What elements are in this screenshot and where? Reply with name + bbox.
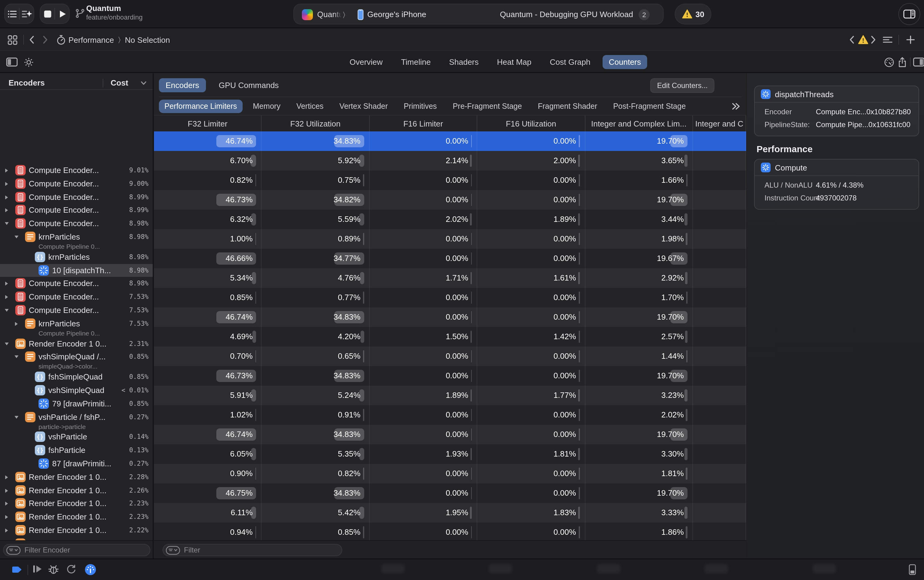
counter-row-9[interactable]: 0.85%0.77%0.00%0.00%1.70% [154,288,746,307]
device-name[interactable]: George's iPhone [367,10,426,19]
counter-row-5[interactable]: 6.32%5.59%2.02%1.89%3.44% [154,209,746,229]
counter-row-1[interactable]: 46.74%34.83%0.00%0.00%19.70% [154,132,746,151]
encoder-row-compute-encoder[interactable]: Compute Encoder...8.98% [0,217,153,231]
run-button[interactable] [55,4,69,24]
view-tab-shaders[interactable]: Shaders [443,55,485,69]
encoder-row-krnparticles[interactable]: {}krnParticles8.98% [0,250,153,264]
column-header-3[interactable]: F16 Limiter [370,115,478,132]
disclosure-closed-icon[interactable] [4,488,9,494]
counter-row-3[interactable]: 0.82%0.75%0.00%0.00%1.66% [154,171,746,190]
encoder-row-render-encoder-1-0[interactable]: Render Encoder 1 0...2.28% [0,471,153,484]
encoder-row-vshparticle-fshp[interactable]: vshParticle / fshP...0.27%particle->part… [0,410,153,430]
encoder-row-render-encoder-1-0[interactable]: Render Encoder 1 0...2.31% [0,337,153,351]
encoder-row-fshparticle[interactable]: {}fshParticle0.13% [0,444,153,457]
encoder-row-compute-encoder[interactable]: Compute Encoder...8.98% [0,277,153,291]
structure-list-button[interactable] [5,4,19,24]
disclosure-closed-icon[interactable] [4,501,9,507]
counter-row-14[interactable]: 5.91%5.24%1.89%1.77%3.23% [154,386,746,405]
disclosure-closed-icon[interactable] [4,208,9,214]
counter-row-11[interactable]: 4.69%4.20%1.50%1.42%2.57% [154,327,746,346]
column-header-1[interactable]: F32 Limiter [154,115,262,132]
filter-icon[interactable] [6,545,21,555]
encoder-row-compute-encoder[interactable]: Compute Encoder...7.53% [0,290,153,304]
disclosure-closed-icon[interactable] [4,181,9,187]
breadcrumb-performance[interactable]: Performance [68,35,114,44]
counter-row-12[interactable]: 0.70%0.65%0.00%0.00%1.44% [154,346,746,366]
breadcrumb-selection[interactable]: No Selection [125,35,170,44]
inspector-toggle-button[interactable] [898,3,920,25]
counter-row-10[interactable]: 46.74%34.83%0.00%0.00%19.70% [154,307,746,327]
encoder-row-vshparticle[interactable]: {}vshParticle0.14% [0,430,153,444]
disclosure-closed-icon[interactable] [4,474,9,480]
encoder-row-10-dispatchth[interactable]: 10 [dispatchTh...8.98% [0,264,153,277]
disclosure-open-icon[interactable] [13,234,20,240]
forward-button[interactable] [41,29,49,51]
gauge-button[interactable] [884,51,895,73]
encoder-row-compute-encoder[interactable]: Compute Encoder...8.99% [0,204,153,217]
counter-row-8[interactable]: 5.34%4.76%1.71%1.61%2.92% [154,268,746,288]
counter-row-16[interactable]: 46.74%34.83%0.00%0.00%19.70% [154,425,746,444]
disclosure-open-icon[interactable] [13,414,20,420]
disclosure-closed-icon[interactable] [4,194,9,200]
breadcrumb[interactable]: Performance 〉 No Selection [68,29,170,51]
workload-badge[interactable]: 2 [639,9,650,20]
continue-button[interactable] [32,564,43,574]
counter-row-4[interactable]: 46.73%34.82%0.00%0.00%19.70% [154,190,746,209]
disclosure-open-icon[interactable] [4,307,10,313]
right-panel-toggle-button[interactable] [913,51,924,73]
column-header-5[interactable]: Integer and Complex Lim... [585,115,693,132]
scheme-name[interactable]: Quantum [317,10,342,19]
disclosure-closed-icon[interactable] [4,294,9,300]
encoder-row-krnparticles[interactable]: krnParticles8.98%Compute Pipeline 0... [0,231,153,250]
disclosure-open-icon[interactable] [4,221,10,226]
assistant-list-button[interactable] [20,4,34,24]
view-tab-cost-graph[interactable]: Cost Graph [544,55,596,69]
encoder-row-compute-encoder[interactable]: Compute Encoder...9.00% [0,177,153,191]
edit-counters-button[interactable]: Edit Counters... [651,78,715,93]
related-items-button[interactable] [7,29,18,51]
counter-row-17[interactable]: 6.05%5.35%1.93%1.81%3.30% [154,444,746,464]
column-header-6[interactable]: Integer and C [693,115,746,132]
category-tab-vertices[interactable]: Vertices [291,99,329,113]
encoder-row-compute-encoder[interactable]: Compute Encoder...8.99% [0,190,153,204]
encoder-row-render-encoder-1-0[interactable]: Render Encoder 1 0...2.22% [0,524,153,537]
column-header-4[interactable]: F16 Utilization [477,115,585,132]
replay-button[interactable] [66,564,76,575]
category-tab-primitives[interactable]: Primitives [398,99,442,113]
counter-row-6[interactable]: 1.00%0.89%0.00%0.00%1.98% [154,229,746,249]
performance-gauge-button[interactable] [84,564,97,576]
debug-button[interactable] [48,564,59,575]
prev-issue-button[interactable] [848,29,856,51]
encoder-row-krnparticles[interactable]: krnParticles7.53%Compute Pipeline 0... [0,317,153,337]
settings-button[interactable] [23,51,34,73]
encoder-row-fshsimplequad[interactable]: {}fshSimpleQuad0.85% [0,371,153,384]
filter-icon[interactable] [166,545,180,555]
category-tab-pre-fragment-stage[interactable]: Pre-Fragment Stage [447,99,528,113]
issues-pill[interactable]: 30 [675,4,712,25]
category-tab-vertex-shader[interactable]: Vertex Shader [334,99,393,113]
encoder-row-render-encoder-1-0[interactable]: Render Encoder 1 0...2.26% [0,484,153,497]
encoder-row-render-encoder-1-0[interactable]: Render Encoder 1 0...2.23% [0,497,153,511]
back-button[interactable] [28,29,35,51]
disclosure-closed-icon[interactable] [4,527,9,534]
tabs-overflow-button[interactable] [730,102,741,110]
column-header-2[interactable]: F32 Utilization [262,115,370,132]
encoder-row-vshsimplequad[interactable]: {}vshSimpleQuad< 0.01% [0,384,153,397]
category-tab-post-fragment-stage[interactable]: Post-Fragment Stage [608,99,692,113]
view-tab-timeline[interactable]: Timeline [395,55,436,69]
add-tab-button[interactable] [906,29,916,51]
share-button[interactable] [897,51,908,73]
counter-row-13[interactable]: 46.73%34.83%0.00%0.00%19.70% [154,366,746,386]
encoder-row-render-encoder-1-0[interactable]: Render Encoder 1 0...2.23% [0,510,153,524]
counter-row-2[interactable]: 6.70%5.92%2.14%2.00%3.65% [154,151,746,171]
bottom-panel-toggle-button[interactable] [909,564,916,575]
encoder-row-87-drawprimiti[interactable]: 87 [drawPrimiti...0.27% [0,457,153,471]
disclosure-open-icon[interactable] [4,341,10,346]
scope-tab-gpu-commands[interactable]: GPU Commands [212,78,286,92]
counter-row-15[interactable]: 1.02%0.91%0.00%0.00%2.02% [154,405,746,425]
view-tab-overview[interactable]: Overview [343,55,389,69]
disclosure-closed-icon[interactable] [4,514,9,520]
line-list-button[interactable] [883,29,893,51]
stop-button[interactable] [40,4,54,24]
counter-row-19[interactable]: 46.75%34.83%0.00%0.00%19.70% [154,483,746,503]
